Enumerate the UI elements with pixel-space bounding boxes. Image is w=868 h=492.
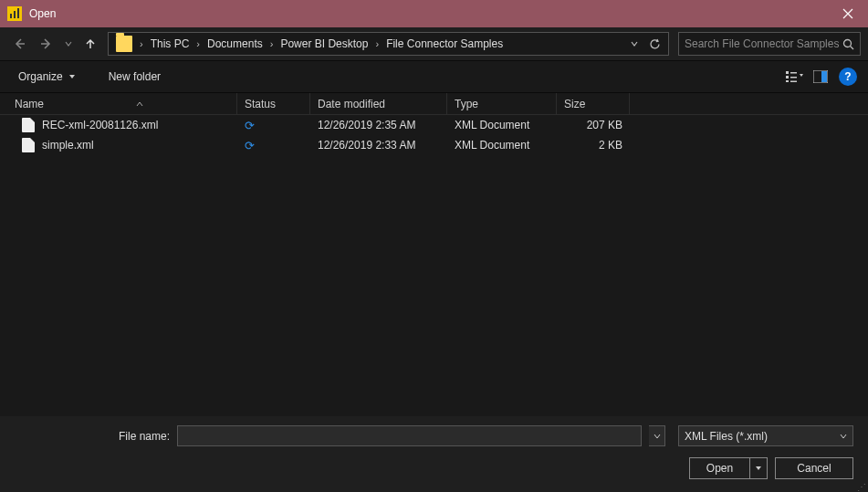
titlebar: Open xyxy=(0,0,868,27)
filename-dropdown-button[interactable] xyxy=(649,425,665,446)
file-row[interactable]: simple.xml ⟳ 12/26/2019 2:33 AM XML Docu… xyxy=(0,135,868,155)
svg-rect-6 xyxy=(786,80,789,82)
column-name[interactable]: Name xyxy=(0,93,237,114)
file-icon xyxy=(22,138,35,152)
sync-icon: ⟳ xyxy=(245,119,255,132)
recent-locations-button[interactable] xyxy=(62,40,75,47)
file-size: 207 KB xyxy=(557,119,630,131)
chevron-right-icon: › xyxy=(267,38,277,49)
chevron-down-icon xyxy=(840,433,847,440)
address-dropdown-button[interactable] xyxy=(624,34,644,54)
svg-rect-5 xyxy=(786,76,789,79)
folder-icon xyxy=(116,36,132,52)
organize-label: Organize xyxy=(18,70,63,83)
view-options-button[interactable] xyxy=(782,64,808,89)
toolbar: Organize New folder ? xyxy=(0,60,868,93)
svg-rect-1 xyxy=(14,11,16,18)
preview-pane-button[interactable] xyxy=(808,64,833,89)
breadcrumb-part[interactable]: Power BI Desktop xyxy=(277,36,371,52)
sort-asc-icon xyxy=(136,100,143,108)
forward-button[interactable] xyxy=(35,32,58,56)
close-button[interactable] xyxy=(827,0,868,27)
breadcrumb-part[interactable]: Documents xyxy=(204,36,267,52)
svg-rect-9 xyxy=(790,81,797,83)
filename-label: File name: xyxy=(15,430,170,443)
chevron-right-icon: › xyxy=(136,38,147,49)
file-date: 12/26/2019 2:35 AM xyxy=(310,119,447,131)
svg-rect-0 xyxy=(10,14,12,18)
svg-rect-2 xyxy=(17,8,19,18)
file-type: XML Document xyxy=(447,139,557,152)
open-button-dropdown[interactable] xyxy=(750,458,767,478)
cancel-button[interactable]: Cancel xyxy=(775,457,853,479)
column-size[interactable]: Size xyxy=(557,93,630,114)
breadcrumb-part[interactable]: File Connector Samples xyxy=(382,36,507,52)
svg-rect-8 xyxy=(790,77,797,79)
svg-rect-4 xyxy=(786,71,789,74)
svg-rect-7 xyxy=(790,72,797,74)
search-input[interactable] xyxy=(685,37,842,50)
file-icon xyxy=(22,118,35,132)
file-date: 12/26/2019 2:33 AM xyxy=(310,139,447,152)
help-button[interactable]: ? xyxy=(839,68,857,86)
open-button-main[interactable]: Open xyxy=(690,458,750,478)
new-folder-button[interactable]: New folder xyxy=(101,67,168,87)
column-type[interactable]: Type xyxy=(447,93,557,114)
file-name: simple.xml xyxy=(42,139,94,152)
resize-grip[interactable]: ⋰ xyxy=(857,485,866,490)
file-type: XML Document xyxy=(447,119,557,131)
file-row[interactable]: REC-xml-20081126.xml ⟳ 12/26/2019 2:35 A… xyxy=(0,115,868,135)
file-size: 2 KB xyxy=(557,139,630,152)
open-button[interactable]: Open xyxy=(689,457,768,479)
svg-rect-11 xyxy=(821,71,827,82)
filetype-select[interactable]: XML Files (*.xml) xyxy=(678,425,853,446)
search-box[interactable] xyxy=(678,32,861,56)
refresh-button[interactable] xyxy=(644,34,664,54)
chevron-right-icon: › xyxy=(371,38,382,49)
filetype-label: XML Files (*.xml) xyxy=(685,430,768,443)
file-name: REC-xml-20081126.xml xyxy=(42,119,158,131)
column-date[interactable]: Date modified xyxy=(310,93,447,114)
svg-point-3 xyxy=(844,39,852,47)
breadcrumb-part[interactable]: This PC xyxy=(147,36,193,52)
organize-button[interactable]: Organize xyxy=(11,67,83,87)
new-folder-label: New folder xyxy=(109,70,161,83)
filename-input[interactable] xyxy=(177,425,642,446)
footer: File name: XML Files (*.xml) Open Cancel xyxy=(0,416,868,492)
column-status[interactable]: Status xyxy=(237,93,310,114)
chevron-down-icon xyxy=(68,73,76,80)
up-button[interactable] xyxy=(78,32,102,56)
window-title: Open xyxy=(29,7,827,20)
address-bar[interactable]: › This PC › Documents › Power BI Desktop… xyxy=(108,32,669,56)
chevron-right-icon: › xyxy=(193,38,204,49)
column-headers: Name Status Date modified Type Size xyxy=(0,93,868,115)
file-list: Name Status Date modified Type Size REC-… xyxy=(0,93,868,416)
back-button[interactable] xyxy=(7,32,31,56)
app-icon xyxy=(7,6,22,21)
navbar: › This PC › Documents › Power BI Desktop… xyxy=(0,27,868,60)
sync-icon: ⟳ xyxy=(245,139,255,152)
search-icon xyxy=(842,38,854,50)
